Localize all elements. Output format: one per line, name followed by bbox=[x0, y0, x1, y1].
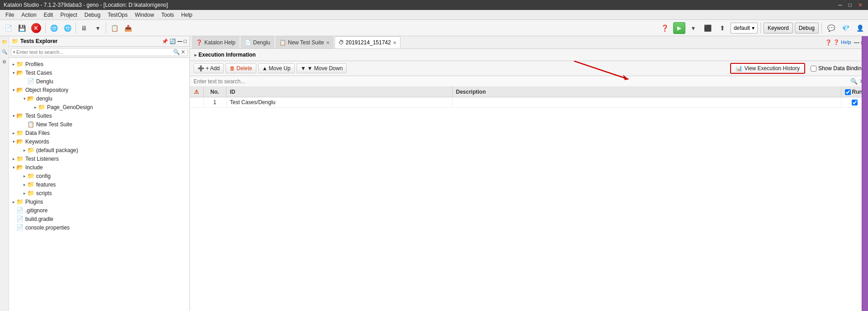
separator-3 bbox=[106, 23, 106, 33]
btn-5[interactable]: 📋 bbox=[108, 22, 121, 34]
row-id-cell[interactable]: Test Cases/Denglu bbox=[226, 97, 452, 108]
search-icon[interactable]: 🔍 bbox=[173, 49, 180, 55]
menu-testops[interactable]: TestOps bbox=[104, 11, 131, 19]
view-execution-history-button[interactable]: 📊 View Execution History bbox=[730, 63, 805, 74]
up-btn[interactable]: ⬆ bbox=[716, 22, 729, 34]
new-file-btn[interactable]: 📄 bbox=[2, 22, 14, 34]
tree-item-data-files[interactable]: ▸ 📁 Data Files bbox=[9, 129, 189, 137]
view-exec-history-label: View Execution History bbox=[744, 65, 800, 72]
error-header-icon: ⚠ bbox=[194, 89, 199, 95]
move-up-button[interactable]: ▲ Move Up bbox=[258, 63, 295, 73]
help-button[interactable]: ❓ ❓ Help bbox=[825, 39, 851, 46]
table-search-input[interactable] bbox=[193, 78, 849, 85]
tab-close-new-test-suite[interactable]: ✕ bbox=[326, 40, 330, 45]
tab-katalon-help[interactable]: ❓ Katalon Help bbox=[192, 36, 240, 48]
btn-3[interactable]: 🌐 bbox=[61, 22, 74, 34]
strip-icon-1[interactable]: 📁 bbox=[1, 38, 8, 45]
save-btn[interactable]: 💾 bbox=[15, 22, 28, 34]
tree-item-build-gradle[interactable]: ▸ 📄 build.gradle bbox=[9, 215, 189, 223]
expand-arrow-test-suites: ▾ bbox=[11, 114, 16, 118]
katalon-logo-btn[interactable]: K bbox=[29, 22, 43, 34]
run-dropdown-btn[interactable]: ▾ bbox=[687, 22, 700, 34]
panel-minimize-btn[interactable]: — bbox=[854, 39, 859, 46]
profile-dropdown[interactable]: default ▾ bbox=[731, 23, 758, 33]
menu-window[interactable]: Window bbox=[131, 11, 158, 19]
sidebar-pin-btn[interactable]: 📌 bbox=[162, 38, 168, 44]
strip-icon-3[interactable]: ⚙ bbox=[1, 58, 8, 65]
menu-debug[interactable]: Debug bbox=[81, 11, 104, 19]
btn-6[interactable]: 📤 bbox=[122, 22, 134, 34]
tree-item-page-geno[interactable]: ▸ 📁 Page_GenoDesign bbox=[9, 103, 189, 111]
btn-2[interactable]: 🌐 bbox=[47, 22, 60, 34]
sidebar-search-input[interactable] bbox=[16, 49, 173, 55]
clear-search-icon[interactable]: ✕ bbox=[181, 49, 185, 55]
sidebar-maximize-btn[interactable]: □ bbox=[184, 38, 187, 44]
menu-file[interactable]: File bbox=[2, 11, 18, 19]
user-btn[interactable]: 👤 bbox=[854, 22, 866, 34]
execution-info-header[interactable]: ▸ Execution Information bbox=[190, 49, 868, 61]
keyword-btn[interactable]: Keyword bbox=[764, 23, 793, 33]
tree-item-test-listeners[interactable]: ▸ 📁 Test Listeners bbox=[9, 154, 189, 163]
folder-icon-include: 📂 bbox=[16, 164, 24, 171]
tree-label-gitignore: .gitignore bbox=[25, 207, 47, 214]
run-btn[interactable]: ▶ bbox=[673, 22, 685, 34]
stop-btn[interactable]: ⬛ bbox=[702, 22, 714, 34]
tree-item-keywords[interactable]: ▾ 📂 Keywords bbox=[9, 137, 189, 146]
menu-project[interactable]: Project bbox=[57, 11, 80, 19]
sidebar-sync-btn[interactable]: 🔄 bbox=[170, 38, 176, 44]
add-button[interactable]: ➕ + Add bbox=[193, 63, 224, 73]
table-search-icon[interactable]: 🔍 bbox=[850, 78, 858, 85]
file-icon-console-props: 📄 bbox=[16, 224, 24, 231]
tree-item-denglu-tc[interactable]: ▸ 📄 Denglu bbox=[9, 77, 189, 86]
move-down-button[interactable]: ▼ ▼ Move Down bbox=[297, 63, 347, 73]
tree-label-test-listeners: Test Listeners bbox=[25, 156, 59, 162]
chat-btn[interactable]: 💬 bbox=[825, 22, 837, 34]
tab-new-test-suite[interactable]: 📋 New Test Suite ✕ bbox=[275, 36, 334, 48]
move-up-icon: ▲ bbox=[262, 65, 268, 72]
tree-item-plugins[interactable]: ▸ 📁 Plugins bbox=[9, 197, 189, 206]
menu-help[interactable]: Help bbox=[178, 11, 196, 19]
tree-item-include[interactable]: ▾ 📂 Include bbox=[9, 163, 189, 172]
tree-item-gitignore[interactable]: ▸ 📄 .gitignore bbox=[9, 206, 189, 215]
menu-tools[interactable]: Tools bbox=[158, 11, 178, 19]
col-header-description: Description bbox=[452, 87, 841, 97]
diamond-btn[interactable]: 💎 bbox=[839, 22, 852, 34]
tree-item-object-repo[interactable]: ▾ 📂 Object Repository bbox=[9, 86, 189, 94]
file-icon-build-gradle: 📄 bbox=[16, 215, 24, 222]
tree-item-default-package[interactable]: ▸ 📁 (default package) bbox=[9, 146, 189, 154]
btn-4b[interactable]: ▾ bbox=[91, 22, 104, 34]
sidebar-minimize-btn[interactable]: — bbox=[177, 38, 182, 44]
tree-label-profiles: Profiles bbox=[25, 61, 43, 67]
tree-item-denglu-folder[interactable]: ▾ 📂 denglu bbox=[9, 94, 189, 103]
tree-item-new-test-suite[interactable]: ▸ 📋 New Test Suite bbox=[9, 120, 189, 129]
tab-exec-history[interactable]: ⏱ 20191214_151742 ✕ bbox=[335, 36, 401, 48]
tree-item-test-cases[interactable]: ▾ 📂 Test Cases bbox=[9, 68, 189, 77]
title-bar-text: Katalon Studio - 7.1.2-379daba3 - geno -… bbox=[4, 2, 836, 8]
tree-item-config[interactable]: ▸ 📁 config bbox=[9, 172, 189, 180]
tree-item-features[interactable]: ▸ 📁 features bbox=[9, 180, 189, 189]
row-desc-cell bbox=[452, 97, 841, 108]
tree-item-test-suites[interactable]: ▾ 📂 Test Suites bbox=[9, 111, 189, 120]
tab-denglu[interactable]: 📄 Denglu bbox=[241, 36, 274, 48]
show-data-binding-checkbox[interactable] bbox=[811, 66, 816, 72]
expand-arrow-features: ▸ bbox=[22, 182, 27, 187]
right-scroll-bar[interactable] bbox=[862, 36, 868, 311]
close-btn[interactable]: ✕ bbox=[856, 2, 864, 8]
tab-close-exec-history[interactable]: ✕ bbox=[393, 40, 396, 45]
btn-4[interactable]: 🖥 bbox=[78, 22, 90, 34]
tree-item-console-props[interactable]: ▸ 📄 console.properties bbox=[9, 223, 189, 232]
minimize-btn[interactable]: ─ bbox=[836, 2, 844, 8]
debug-btn[interactable]: Debug bbox=[795, 23, 819, 33]
menu-action[interactable]: Action bbox=[18, 11, 40, 19]
maximize-btn[interactable]: □ bbox=[847, 2, 854, 8]
menu-edit[interactable]: Edit bbox=[40, 11, 57, 19]
tree-item-scripts[interactable]: ▸ 📁 scripts bbox=[9, 189, 189, 197]
help-icon-btn[interactable]: ❓ bbox=[659, 22, 671, 34]
strip-icon-2[interactable]: 🔍 bbox=[1, 48, 8, 55]
help-label: ❓ Help bbox=[833, 39, 851, 45]
run-all-checkbox[interactable] bbox=[845, 89, 851, 95]
delete-button[interactable]: 🗑 Delete bbox=[226, 63, 256, 73]
tree-item-profiles[interactable]: ▸ 📁 Profiles bbox=[9, 60, 189, 68]
row-run-checkbox[interactable] bbox=[852, 100, 858, 105]
title-bar: Katalon Studio - 7.1.2-379daba3 - geno -… bbox=[0, 0, 868, 10]
